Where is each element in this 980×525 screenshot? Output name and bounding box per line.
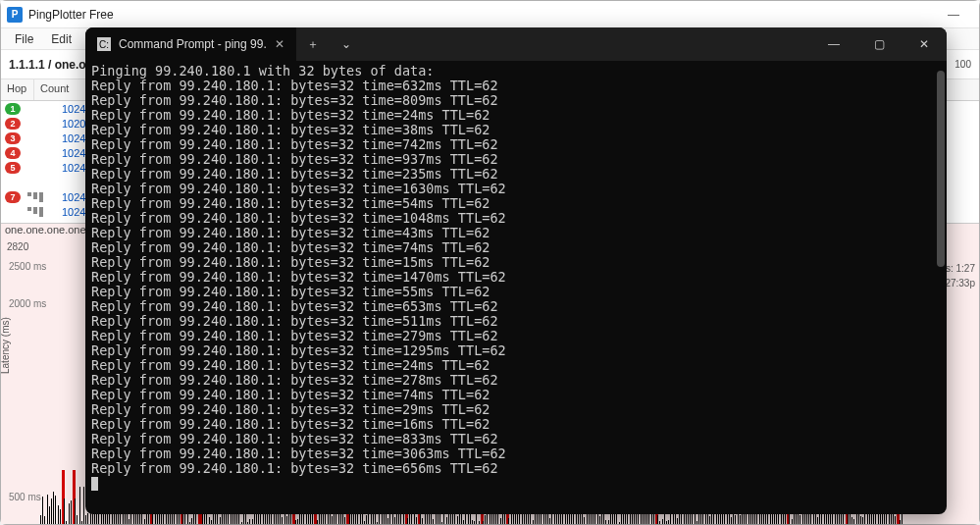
tab-close-icon[interactable]: ✕: [275, 37, 284, 51]
hop-badge: 2: [5, 118, 21, 130]
menu-edit[interactable]: Edit: [43, 30, 79, 48]
hop-badge: 4: [5, 147, 21, 159]
hop-chart-icon[interactable]: [25, 207, 58, 217]
terminal-cursor: [91, 477, 98, 491]
cmd-icon: C:: [97, 37, 111, 51]
hop-badge: [5, 206, 21, 218]
pingplotter-titlebar: P PingPlotter Free ―: [1, 1, 979, 28]
hop-chart-icon[interactable]: [25, 192, 58, 202]
graph-peak: 2820: [7, 241, 28, 252]
ytick-1: 2000 ms: [9, 298, 46, 309]
graph-title: one.one.one.one: [5, 224, 86, 236]
ytick-2: 500 ms: [9, 492, 41, 502]
terminal-scrollbar[interactable]: [937, 71, 945, 267]
col-hop[interactable]: Hop: [1, 79, 34, 100]
right-value: 100: [954, 59, 971, 70]
hop-badge: 3: [5, 132, 21, 144]
minimize-button[interactable]: ―: [811, 27, 856, 61]
terminal-window: C: Command Prompt - ping 99. ✕ ＋ ⌄ ― ▢ ✕…: [85, 27, 947, 514]
close-button[interactable]: ✕: [902, 27, 947, 61]
hop-badge: 7: [5, 191, 21, 203]
hop-badge: 1: [5, 103, 21, 115]
col-count[interactable]: Count: [34, 79, 87, 100]
tab-dropdown-icon[interactable]: ⌄: [330, 27, 363, 61]
pingplotter-logo-icon: P: [7, 7, 23, 23]
svg-text:C:: C:: [99, 39, 109, 50]
ytick-0: 2500 ms: [9, 261, 46, 272]
time-label: 27:33p: [945, 278, 975, 289]
pingplotter-title: PingPlotter Free: [28, 8, 114, 22]
tab-title: Command Prompt - ping 99.: [119, 37, 267, 51]
hop-badge: [5, 177, 21, 188]
new-tab-button[interactable]: ＋: [296, 27, 330, 61]
terminal-tab[interactable]: C: Command Prompt - ping 99. ✕: [85, 27, 296, 61]
terminal-titlebar[interactable]: C: Command Prompt - ping 99. ✕ ＋ ⌄ ― ▢ ✕: [85, 27, 947, 61]
maximize-button[interactable]: ▢: [856, 27, 902, 61]
hop-badge: 5: [5, 162, 21, 174]
menu-file[interactable]: File: [7, 30, 41, 48]
pp-minimize-button[interactable]: ―: [934, 5, 973, 25]
y-axis-label: Latency (ms): [1, 317, 11, 374]
terminal-output[interactable]: Pinging 99.240.180.1 with 32 bytes of da…: [85, 61, 947, 514]
